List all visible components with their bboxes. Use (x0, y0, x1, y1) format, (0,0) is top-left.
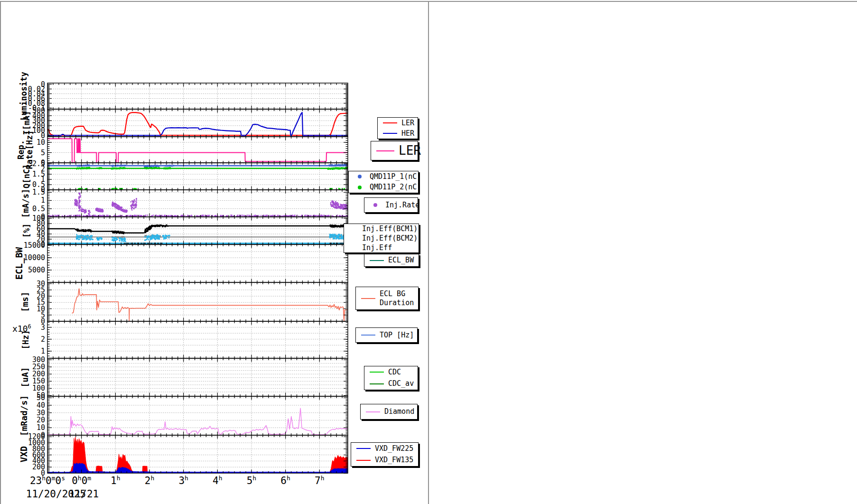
window-border-left (0, 1, 1, 504)
axis-scale-label: x106 (12, 323, 31, 334)
legend-label: TOP [Hz] (380, 331, 414, 340)
legend-label: LER (401, 119, 414, 128)
legend-label: LER (399, 143, 421, 159)
x-axis-label: 6h (280, 475, 290, 486)
legend-item: VXD_FW225 (351, 443, 418, 455)
panel-cdc: 30025020015010050[uA] (20, 355, 348, 400)
legend-item: Inj.Rate (364, 198, 418, 212)
axis-title-inj-eff: [%] (22, 224, 31, 238)
x-axis-label: 1h (111, 475, 120, 486)
panel-top-hz: 321[Hz] (21, 321, 348, 358)
dot-marker-icon (368, 203, 382, 207)
panel-divider (428, 1, 429, 504)
line-marker-icon (360, 335, 377, 336)
series-line (47, 408, 348, 435)
legend-label: HER (401, 129, 414, 138)
legend-vxd-rates: VXD_FW225VXD_FW135 (351, 442, 419, 467)
panel-charge: 2.521.510.50Q[nC] (22, 159, 348, 194)
legend-item: VXD_FW135 (351, 455, 418, 467)
x-axis-label: 0h0m (72, 475, 91, 486)
axis-title-ecl-bg: [ms] (20, 291, 30, 312)
date-label-next-day: 11/21 (69, 488, 99, 500)
x-axis-label: 2h (145, 475, 154, 486)
legend-item: LER (371, 141, 418, 160)
y-tick-label: 3 (41, 323, 45, 332)
legend-label: QMD11P_1(nC) (370, 172, 421, 181)
legend-rep-rate-ler: LER (371, 141, 418, 160)
legend-label: Inj.Eff (362, 243, 392, 252)
legend-beam-current: LERHER (377, 117, 418, 139)
legend-label: VXD_FW225 (375, 444, 413, 453)
legend-item: ECL BGDuration (356, 287, 418, 309)
axis-title-ecl-bw: ECL_BW (14, 247, 25, 280)
legend-ecl-bg-duration: ECL BGDuration (355, 287, 419, 310)
x-axis-label: 5h (247, 475, 256, 486)
legend-top-rate: TOP [Hz] (355, 327, 418, 343)
legend-item: LER (378, 118, 418, 128)
panel-vxd: 120010008006004002000VXD (19, 432, 348, 477)
axis-title-cdc: [uA] (20, 367, 30, 387)
y-tick-label: 10 (37, 138, 45, 147)
dot-marker-icon (353, 175, 367, 178)
panel-beam-current: 5004003002001000I[mA] (22, 106, 348, 140)
legend-item: Diamond (361, 404, 417, 419)
legend-item: Inj.Eff (344, 243, 419, 252)
scale-exponent: 6 (28, 323, 31, 330)
y-tick-label: 1 (41, 196, 45, 205)
y-tick-label: 1.5 (32, 188, 45, 196)
legend-label: Inj.Eff(BCM1) (362, 224, 418, 233)
legend-label: ECL BGDuration (380, 289, 414, 308)
axis-title-vxd: VXD (19, 446, 29, 462)
legend-label: ECL_BW (388, 256, 414, 265)
legend-item: ECL_BW (364, 254, 419, 266)
panel-diamond: 50403020100[mRad/s] (19, 393, 348, 439)
legend-item: Inj.Eff(BCM1) (344, 224, 419, 233)
axis-title-charge: Q[nC] (22, 164, 31, 188)
legend-inj-eff: Inj.Eff(BCM1)Inj.Eff(BCM2)Inj.Eff (344, 224, 419, 253)
y-tick-label: 5000 (28, 266, 45, 274)
line-marker-icon (364, 411, 382, 412)
axis-title-inj-rate: [mA/s] (21, 189, 30, 218)
legend-item: QMD11P_2(nC) (349, 182, 418, 193)
x-axis-label: 4h (213, 475, 222, 486)
line-marker-icon (368, 383, 385, 384)
series-line (47, 225, 348, 233)
line-marker-icon (355, 448, 372, 449)
legend-label: CDC (388, 368, 401, 377)
line-marker-icon (382, 133, 399, 134)
series-inj-rate (48, 193, 348, 217)
scale-base: x10 (12, 324, 28, 334)
legend-cdc-current: CDCCDC_av (364, 366, 418, 390)
axis-title-diamond: [mRad/s] (19, 395, 29, 437)
legend-label: QMD11P_2(nC) (370, 183, 421, 192)
line-marker-icon (368, 260, 385, 261)
legend-label: Inj.Rate (385, 201, 419, 210)
series-diamond (47, 408, 348, 435)
legend-item: HER (378, 128, 418, 139)
panel-ecl-bg: 302520151050[ms] (20, 280, 348, 326)
axis-title-rep-rate: Rep. (16, 140, 26, 159)
series-charge (47, 164, 348, 190)
series-ecl-bg (72, 289, 348, 321)
panel-rep-rate: 1050Rep.Rate[Hz] (16, 131, 348, 169)
y-tick-label: 0.5 (32, 205, 45, 213)
series-line (72, 289, 348, 321)
legend-label: CDC_av (388, 379, 414, 388)
legend-item: TOP [Hz] (356, 328, 417, 342)
line-marker-icon (382, 122, 399, 123)
line-marker-icon (375, 150, 396, 151)
line-marker-icon (368, 372, 385, 373)
line-marker-icon (355, 460, 372, 461)
dot-marker-icon (353, 186, 367, 189)
legend-label: Diamond (384, 407, 414, 416)
legend-label: VXD_FW135 (375, 456, 413, 465)
panel-inj-eff: 100806040200[%] (22, 214, 348, 249)
legend-item: Inj.Eff(BCM2) (344, 233, 419, 243)
x-axis-label: 7h (315, 475, 324, 486)
legend-item: CDC (364, 366, 418, 378)
legend-item: CDC_av (364, 378, 418, 390)
y-tick-label: 10000 (24, 253, 45, 262)
legend-diamond: Diamond (360, 404, 418, 420)
line-marker-icon (360, 298, 377, 299)
panel-inj-rate: 1.510.50[mA/s] (21, 188, 348, 221)
